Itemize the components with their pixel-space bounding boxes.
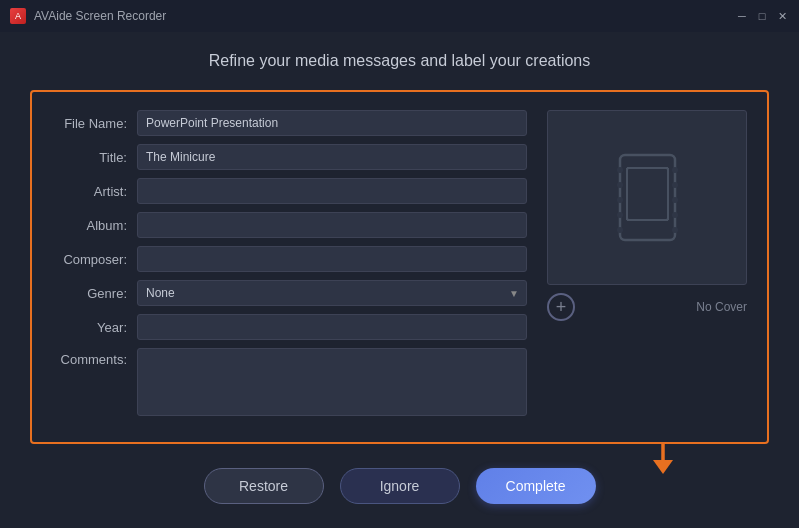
- svg-point-19: [672, 227, 678, 233]
- svg-point-12: [617, 197, 623, 203]
- title-bar: A AVAide Screen Recorder ─ □ ✕: [0, 0, 799, 32]
- svg-point-11: [617, 182, 623, 188]
- year-input[interactable]: [137, 314, 527, 340]
- arrow-indicator: [645, 440, 681, 479]
- genre-select-wrapper: None Pop Rock Jazz Classical ▼: [137, 280, 527, 306]
- composer-row: Composer:: [52, 246, 527, 272]
- svg-point-17: [672, 197, 678, 203]
- genre-label: Genre:: [52, 286, 137, 301]
- cover-bottom: + No Cover: [547, 293, 747, 321]
- complete-button[interactable]: Complete: [476, 468, 596, 504]
- cover-image-area: [547, 110, 747, 285]
- file-name-label: File Name:: [52, 116, 137, 131]
- app-icon: A: [10, 8, 26, 24]
- svg-point-18: [672, 212, 678, 218]
- album-label: Album:: [52, 218, 137, 233]
- bottom-buttons: Restore Ignore Complete: [30, 468, 769, 504]
- file-name-input[interactable]: [137, 110, 527, 136]
- cover-placeholder: [605, 150, 690, 245]
- genre-select[interactable]: None Pop Rock Jazz Classical: [137, 280, 527, 306]
- comments-row: Comments:: [52, 348, 527, 416]
- main-content: Refine your media messages and label you…: [0, 32, 799, 524]
- form-section: File Name: Title: Artist: Album: Compose…: [52, 110, 527, 424]
- title-row: Title:: [52, 144, 527, 170]
- svg-marker-21: [653, 460, 673, 474]
- svg-point-13: [617, 212, 623, 218]
- title-input[interactable]: [137, 144, 527, 170]
- comments-label: Comments:: [52, 348, 137, 367]
- artist-input[interactable]: [137, 178, 527, 204]
- genre-row: Genre: None Pop Rock Jazz Classical ▼: [52, 280, 527, 306]
- close-button[interactable]: ✕: [775, 9, 789, 23]
- composer-label: Composer:: [52, 252, 137, 267]
- file-name-row: File Name:: [52, 110, 527, 136]
- minimize-button[interactable]: ─: [735, 9, 749, 23]
- svg-point-15: [672, 167, 678, 173]
- comments-textarea[interactable]: [137, 348, 527, 416]
- maximize-button[interactable]: □: [755, 9, 769, 23]
- album-input[interactable]: [137, 212, 527, 238]
- restore-button[interactable]: Restore: [204, 468, 324, 504]
- no-cover-text: No Cover: [696, 300, 747, 314]
- year-row: Year:: [52, 314, 527, 340]
- film-placeholder-icon: [605, 150, 690, 245]
- composer-input[interactable]: [137, 246, 527, 272]
- cover-section: + No Cover: [547, 110, 747, 424]
- svg-point-14: [617, 227, 623, 233]
- svg-point-16: [672, 182, 678, 188]
- artist-row: Artist:: [52, 178, 527, 204]
- svg-point-10: [617, 167, 623, 173]
- year-label: Year:: [52, 320, 137, 335]
- metadata-container: File Name: Title: Artist: Album: Compose…: [30, 90, 769, 444]
- title-bar-controls: ─ □ ✕: [735, 9, 789, 23]
- title-label: Title:: [52, 150, 137, 165]
- artist-label: Artist:: [52, 184, 137, 199]
- app-title: AVAide Screen Recorder: [34, 9, 166, 23]
- album-row: Album:: [52, 212, 527, 238]
- title-bar-left: A AVAide Screen Recorder: [10, 8, 166, 24]
- page-heading: Refine your media messages and label you…: [30, 52, 769, 70]
- svg-rect-1: [627, 168, 668, 220]
- add-cover-button[interactable]: +: [547, 293, 575, 321]
- ignore-button[interactable]: Ignore: [340, 468, 460, 504]
